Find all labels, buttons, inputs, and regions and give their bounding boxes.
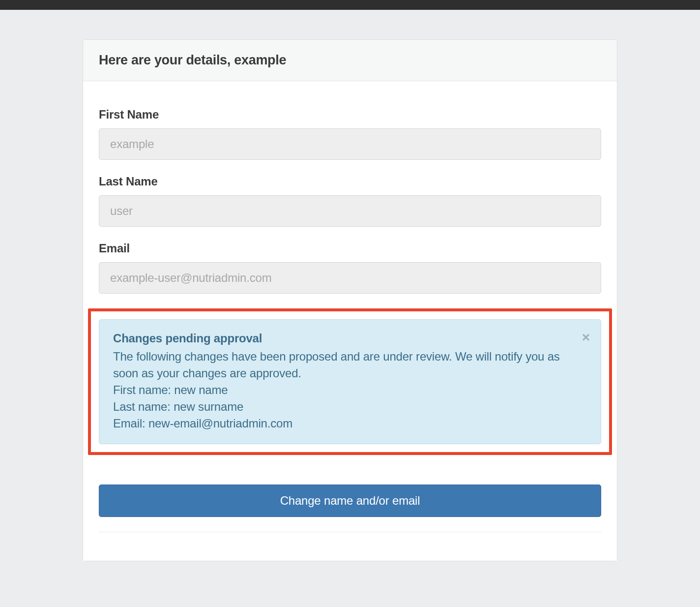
change-name-email-button[interactable]: Change name and/or email bbox=[99, 485, 601, 517]
panel-title: Here are your details, example bbox=[99, 53, 601, 68]
section-divider bbox=[99, 532, 601, 532]
first-name-label: First Name bbox=[99, 108, 601, 121]
alert-description: The following changes have been proposed… bbox=[113, 348, 576, 382]
alert-first-name-line: First name: new name bbox=[113, 382, 576, 398]
email-group: Email bbox=[99, 242, 601, 294]
close-icon[interactable]: × bbox=[582, 331, 590, 344]
alert-email-line: Email: new-email@nutriadmin.com bbox=[113, 415, 576, 432]
last-name-input[interactable] bbox=[99, 195, 601, 227]
email-label: Email bbox=[99, 242, 601, 255]
last-name-label: Last Name bbox=[99, 175, 601, 188]
highlight-annotation: × Changes pending approval The following… bbox=[88, 308, 612, 455]
panel-heading: Here are your details, example bbox=[83, 40, 617, 81]
main-container: Here are your details, example First Nam… bbox=[77, 39, 623, 561]
alert-last-name-line: Last name: new surname bbox=[113, 398, 576, 415]
pending-changes-alert: × Changes pending approval The following… bbox=[99, 319, 601, 444]
first-name-group: First Name bbox=[99, 108, 601, 160]
details-panel: Here are your details, example First Nam… bbox=[83, 39, 617, 561]
alert-title: Changes pending approval bbox=[113, 332, 576, 345]
last-name-group: Last Name bbox=[99, 175, 601, 227]
panel-body: First Name Last Name Email × Changes pen… bbox=[83, 81, 617, 561]
email-input[interactable] bbox=[99, 262, 601, 294]
top-bar bbox=[0, 0, 700, 10]
first-name-input[interactable] bbox=[99, 128, 601, 160]
